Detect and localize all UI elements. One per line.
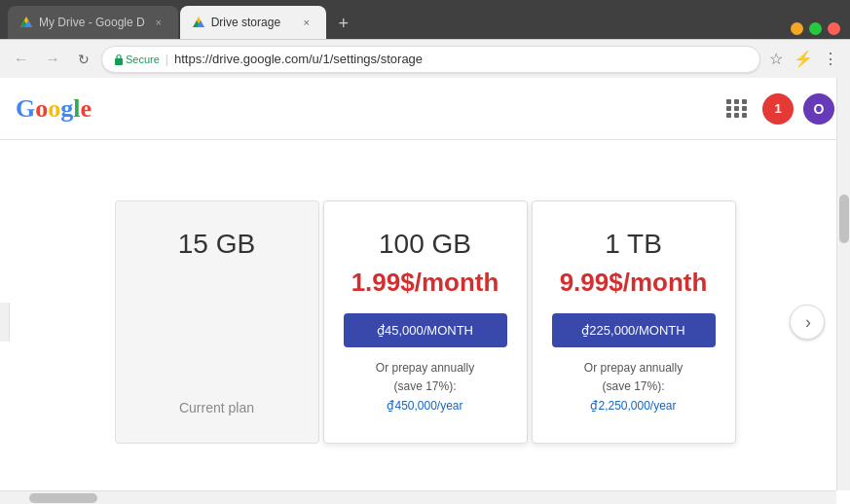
tab1-favicon [19,16,33,29]
page-content: G o o g l e 1 [0,78,850,504]
plan2-price: 1.99$/month [351,268,499,298]
scroll-thumb-vertical[interactable] [839,195,849,243]
plan1-storage: 15 GB [178,229,255,260]
logo-o1: o [35,94,48,124]
google-header: G o o g l e 1 [0,78,850,140]
menu-button[interactable]: ⋮ [819,48,842,71]
tab-inactive[interactable]: My Drive - Google D × [8,6,178,39]
tab2-close[interactable]: × [299,15,314,30]
tab2-favicon [192,16,205,29]
refresh-button[interactable]: ↻ [70,46,97,73]
tab1-title: My Drive - Google D [39,16,145,29]
scroll-thumb-horizontal[interactable] [29,493,97,503]
left-edge-indicator [0,303,10,342]
back-button[interactable]: ← [8,46,35,73]
bookmark-button[interactable]: ☆ [764,48,788,71]
tab-bar: My Drive - Google D × Drive storage × + [0,0,850,39]
secure-label: Secure [126,54,160,65]
close-button[interactable] [828,22,840,35]
plan-cards-container: 15 GB Current plan 100 GB 1.99$/month ₫4… [115,200,736,444]
tab2-title: Drive storage [211,16,293,29]
extension-button[interactable]: ⚡ [792,48,815,71]
google-logo: G o o g l e [16,94,92,124]
plan-card-15gb: 15 GB Current plan [115,200,319,444]
logo-e: e [80,94,92,124]
next-plans-button[interactable]: › [790,305,825,340]
maximize-button[interactable] [809,22,822,35]
apps-grid [726,99,748,118]
tab1-close[interactable]: × [151,15,166,30]
scrollbar-vertical[interactable] [836,78,850,490]
logo-l: l [73,94,80,124]
header-right: 1 O [721,93,834,125]
plan2-storage: 100 GB [379,229,471,260]
plan3-buy-button[interactable]: ₫225,000/MONTH [552,313,716,347]
notification-button[interactable]: 1 [762,93,794,125]
plan3-btn-label: ₫225,000/MONTH [581,323,684,338]
plan3-annual: Or prepay annually(save 17%): ₫2,250,000… [584,359,683,415]
plan3-price: 9.99$/month [560,268,708,298]
user-avatar[interactable]: O [803,93,834,125]
address-input-wrap[interactable]: Secure | https://drive.google.com/u/1/se… [101,46,760,73]
user-initial: O [814,101,825,117]
address-separator: | [166,53,168,66]
svg-rect-6 [115,58,123,65]
browser-chrome: My Drive - Google D × Drive storage × + … [0,0,850,78]
forward-button[interactable]: → [39,46,66,73]
plan3-storage: 1 TB [605,229,662,260]
plan-card-1tb: 1 TB 9.99$/month ₫225,000/MONTH Or prepa… [532,200,736,444]
plans-area: 15 GB Current plan 100 GB 1.99$/month ₫4… [0,140,850,504]
logo-g2: g [60,94,73,124]
plan1-current-label: Current plan [179,400,254,415]
notification-count: 1 [774,101,781,116]
plan3-annual-link[interactable]: ₫2,250,000/year [590,399,676,413]
tab-active[interactable]: Drive storage × [180,6,326,39]
plan2-annual-link[interactable]: ₫450,000/year [387,399,462,413]
plan2-annual-text: Or prepay annually(save 17%): [376,361,474,393]
address-url[interactable]: https://drive.google.com/u/1/settings/st… [174,52,748,66]
plan2-buy-button[interactable]: ₫45,000/MONTH [344,313,507,347]
plan-card-100gb: 100 GB 1.99$/month ₫45,000/MONTH Or prep… [323,200,528,444]
secure-icon: Secure [114,54,160,65]
scrollbar-horizontal[interactable] [0,490,836,504]
next-arrow-icon: › [805,312,811,333]
new-tab-button[interactable]: + [330,10,357,37]
minimize-button[interactable] [791,22,803,35]
address-bar: ← → ↻ Secure | https://drive.google.com/… [0,39,850,78]
plan3-annual-text: Or prepay annually(save 17%): [584,361,683,393]
plan2-annual: Or prepay annually(save 17%): ₫450,000/y… [376,359,474,415]
window-controls [791,22,850,39]
apps-icon-button[interactable] [721,93,753,125]
logo-o2: o [48,94,60,124]
logo-G: G [16,94,35,124]
plan2-btn-label: ₫45,000/MONTH [377,323,473,338]
